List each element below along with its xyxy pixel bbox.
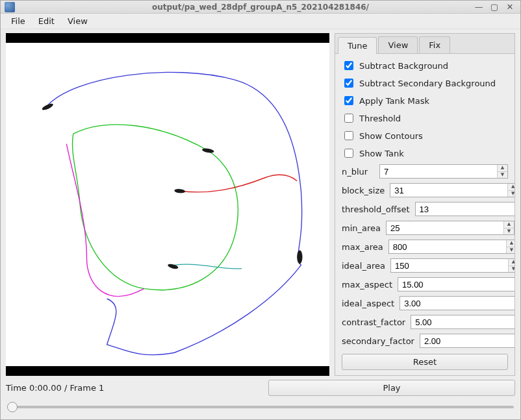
step-up-icon[interactable]: ▲	[498, 165, 507, 172]
spinbox-buttons: ▲▼	[503, 221, 514, 234]
play-button[interactable]: Play	[268, 380, 515, 396]
param-min_area: min_area▲▼	[342, 221, 508, 235]
step-down-icon[interactable]: ▼	[504, 229, 514, 235]
check-show-tank: Show Tank	[342, 147, 508, 160]
spinbox-input[interactable]	[390, 184, 507, 197]
content-area: Tune View Fix Subtract Background Subtra…	[1, 29, 520, 419]
spinbox-input[interactable]	[400, 297, 515, 310]
tab-tune[interactable]: Tune	[338, 37, 377, 54]
spinbox-buttons: ▲▼	[506, 240, 515, 253]
spinbox-buttons: ▲▼	[508, 259, 515, 272]
checkbox-apply-tank-mask[interactable]	[344, 96, 353, 105]
viewport-container	[6, 33, 329, 376]
tab-bar: Tune View Fix	[335, 34, 515, 54]
app-window: output/pa_wed_28dpf_groupA_n5_2021042818…	[0, 0, 521, 420]
spinbox-input[interactable]	[411, 315, 515, 328]
spinbox-input[interactable]	[389, 240, 506, 253]
step-up-icon[interactable]: ▲	[507, 240, 515, 247]
spinbox-threshold_offset: ▲▼	[415, 202, 515, 216]
param-label: min_area	[342, 223, 381, 233]
maximize-button[interactable]: ▢	[489, 2, 500, 12]
checkbox-show-tank[interactable]	[344, 149, 353, 158]
svg-rect-0	[6, 43, 329, 366]
checkbox-show-contours[interactable]	[344, 131, 353, 140]
spinbox-buttons: ▲▼	[507, 184, 515, 197]
tracking-canvas	[6, 43, 329, 366]
param-label: max_area	[342, 242, 383, 252]
param-contrast_factor: contrast_factor▲▼	[342, 315, 508, 329]
step-up-icon[interactable]: ▲	[508, 184, 515, 191]
fish-marker	[297, 251, 302, 264]
timeline-slider[interactable]	[7, 406, 514, 408]
check-apply-tank-mask: Apply Tank Mask	[342, 94, 508, 107]
param-label: threshold_offset	[342, 204, 410, 214]
param-max_aspect: max_aspect▲▼	[342, 277, 508, 291]
spinbox-n_blur: ▲▼	[379, 164, 508, 179]
step-down-icon[interactable]: ▼	[509, 266, 515, 273]
checkbox-subtract-background[interactable]	[344, 61, 353, 70]
menu-view[interactable]: View	[61, 14, 94, 29]
spinbox-input[interactable]	[387, 221, 503, 234]
param-block_size: block_size▲▼	[342, 183, 508, 197]
step-up-icon[interactable]: ▲	[504, 221, 514, 229]
param-label: secondary_factor	[342, 336, 414, 346]
step-up-icon[interactable]: ▲	[509, 259, 515, 266]
tab-view[interactable]: View	[378, 36, 418, 53]
upper-row: Tune View Fix Subtract Background Subtra…	[6, 33, 515, 376]
spinbox-ideal_aspect: ▲▼	[400, 296, 515, 310]
checkbox-label: Subtract Background	[359, 61, 448, 71]
param-max_area: max_area▲▼	[342, 240, 508, 254]
close-button[interactable]: ✕	[505, 2, 515, 12]
spinbox-input[interactable]	[420, 334, 515, 347]
side-panel: Tune View Fix Subtract Background Subtra…	[335, 33, 515, 376]
spinbox-buttons: ▲▼	[497, 165, 507, 178]
step-down-icon[interactable]: ▼	[498, 172, 507, 179]
param-label: max_aspect	[342, 280, 392, 290]
spinbox-input[interactable]	[416, 203, 515, 216]
checkbox-label: Show Contours	[359, 131, 423, 141]
param-label: block_size	[342, 186, 385, 195]
checkbox-threshold[interactable]	[344, 114, 353, 123]
check-show-contours: Show Contours	[342, 129, 508, 142]
spinbox-ideal_area: ▲▼	[390, 258, 515, 273]
param-secondary_factor: secondary_factor▲▼	[342, 334, 508, 348]
param-ideal_area: ideal_area▲▼	[342, 258, 508, 273]
checkbox-label: Threshold	[359, 114, 401, 123]
tab-fix[interactable]: Fix	[419, 36, 450, 53]
step-down-icon[interactable]: ▼	[508, 191, 515, 197]
menu-file[interactable]: File	[5, 14, 32, 29]
param-label: ideal_area	[342, 261, 385, 271]
window-title: output/pa_wed_28dpf_groupA_n5_2021042818…	[1, 3, 520, 12]
spinbox-secondary_factor: ▲▼	[420, 334, 515, 348]
checkbox-subtract-secondary[interactable]	[344, 79, 353, 88]
menu-edit[interactable]: Edit	[32, 14, 61, 29]
check-threshold: Threshold	[342, 112, 508, 125]
step-down-icon[interactable]: ▼	[507, 247, 515, 254]
window-controls: — ▢ ✕	[474, 2, 520, 12]
spinbox-block_size: ▲▼	[390, 183, 515, 197]
spinbox-max_aspect: ▲▼	[398, 277, 515, 291]
app-icon	[5, 2, 15, 12]
check-subtract-background: Subtract Background	[342, 59, 508, 72]
reset-button[interactable]: Reset	[342, 354, 508, 370]
titlebar: output/pa_wed_28dpf_groupA_n5_2021042818…	[1, 1, 520, 14]
param-label: ideal_aspect	[342, 299, 394, 308]
check-subtract-secondary: Subtract Secondary Background	[342, 77, 508, 90]
minimize-button[interactable]: —	[474, 2, 484, 12]
checkbox-label: Apply Tank Mask	[359, 96, 429, 106]
timeline-row	[6, 400, 515, 414]
param-threshold_offset: threshold_offset▲▼	[342, 202, 508, 216]
video-viewport[interactable]	[6, 33, 329, 376]
tune-panel: Subtract Background Subtract Secondary B…	[335, 54, 515, 375]
spinbox-input[interactable]	[398, 278, 515, 291]
spinbox-input[interactable]	[380, 165, 497, 178]
spinbox-max_area: ▲▼	[388, 240, 515, 254]
param-ideal_aspect: ideal_aspect▲▼	[342, 296, 508, 310]
spinbox-input[interactable]	[391, 259, 508, 272]
spinbox-min_area: ▲▼	[386, 221, 515, 235]
param-label: contrast_factor	[342, 317, 405, 327]
param-n_blur: n_blur▲▼	[342, 164, 508, 179]
status-text: Time 0:00.00 / Frame 1	[6, 383, 260, 393]
checkbox-label: Show Tank	[359, 149, 404, 158]
menubar: File Edit View	[1, 14, 520, 29]
